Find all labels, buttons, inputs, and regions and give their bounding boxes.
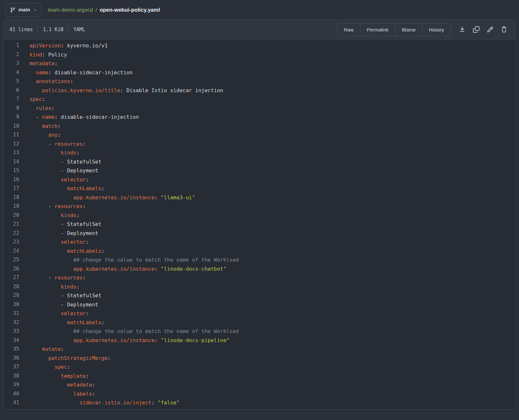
- line-number[interactable]: 21: [4, 220, 19, 229]
- code-line: 9 - name: disable-sidecar-injection: [4, 113, 515, 122]
- raw-button[interactable]: Raw: [337, 24, 360, 36]
- code-line: 3metadata:: [4, 59, 515, 68]
- download-button[interactable]: [457, 24, 468, 35]
- line-number[interactable]: 40: [4, 389, 19, 399]
- code-line: 2kind: Policy: [4, 50, 515, 59]
- edit-button[interactable]: [485, 24, 496, 35]
- code-line-content: - StatefulSet: [19, 291, 102, 300]
- line-number[interactable]: 37: [4, 363, 19, 372]
- permalink-button[interactable]: Permalink: [360, 24, 395, 36]
- code-line: 27 - resources:: [4, 273, 515, 282]
- line-number[interactable]: 34: [4, 336, 19, 345]
- line-number[interactable]: 27: [4, 273, 19, 282]
- line-number[interactable]: 24: [4, 247, 19, 256]
- line-number[interactable]: 11: [4, 130, 19, 140]
- code-line-content: annotations:: [19, 77, 73, 86]
- line-number[interactable]: 6: [4, 86, 19, 95]
- line-number[interactable]: 18: [4, 193, 19, 202]
- code-line: 11 any:: [4, 130, 515, 140]
- code-line-content: template:: [19, 372, 89, 381]
- code-line: 34 app.kubernetes.io/instance: "linode-d…: [4, 336, 515, 345]
- delete-button[interactable]: [499, 24, 510, 35]
- code-line-content: sidecar.istio.io/inject: "false": [19, 398, 179, 407]
- trash-icon: [501, 26, 507, 33]
- line-number[interactable]: 14: [4, 157, 19, 167]
- breadcrumb-separator: /: [96, 7, 97, 13]
- code-line-content: - StatefulSet: [19, 157, 102, 167]
- breadcrumb-repo-link[interactable]: team-demo-argocd: [48, 7, 93, 13]
- file-info: 41 lines 1.1 KiB YAML: [9, 26, 85, 33]
- code-line: 24 matchLabels:: [4, 247, 515, 256]
- line-number[interactable]: 32: [4, 318, 19, 327]
- line-number[interactable]: 7: [4, 95, 19, 104]
- code-line: 22 - Deployment: [4, 229, 515, 238]
- line-number[interactable]: 36: [4, 354, 19, 363]
- line-number[interactable]: 23: [4, 238, 19, 247]
- line-number[interactable]: 41: [4, 398, 19, 407]
- code-line: 40 labels:: [4, 389, 515, 399]
- line-number[interactable]: 16: [4, 175, 19, 184]
- file-location-bar: main team-demo-argocd / open-webui-polic…: [0, 0, 519, 19]
- copy-button[interactable]: [471, 24, 482, 35]
- line-number[interactable]: 33: [4, 327, 19, 336]
- code-line: 17 matchLabels:: [4, 184, 515, 193]
- code-line: 13 kinds:: [4, 148, 515, 157]
- code-line: 30 - Deployment: [4, 300, 515, 309]
- line-number[interactable]: 39: [4, 380, 19, 389]
- code-line: 19 - resources:: [4, 202, 515, 211]
- code-line: 25 ## change the value to match the name…: [4, 255, 515, 265]
- file-view-button-group: RawPermalinkBlameHistory: [337, 23, 451, 36]
- line-number[interactable]: 19: [4, 202, 19, 211]
- code-line: 1apiVersion: kyverno.io/v1: [4, 41, 515, 50]
- code-line-content: kinds:: [19, 211, 79, 220]
- file-view-panel: 41 lines 1.1 KiB YAML RawPermalinkBlameH…: [3, 19, 516, 410]
- code-line-content: - StatefulSet: [19, 220, 102, 229]
- line-number[interactable]: 38: [4, 372, 19, 381]
- line-number[interactable]: 30: [4, 300, 19, 309]
- line-number[interactable]: 10: [4, 122, 19, 131]
- line-number[interactable]: 26: [4, 265, 19, 274]
- code-line-content: name: disable-sidecar-injection: [19, 68, 133, 77]
- line-number[interactable]: 2: [4, 50, 19, 59]
- line-number[interactable]: 31: [4, 309, 19, 318]
- branch-selector[interactable]: main: [5, 3, 42, 17]
- code-line-content: - Deployment: [19, 166, 98, 175]
- line-number[interactable]: 17: [4, 184, 19, 193]
- code-line-content: labels:: [19, 389, 95, 399]
- breadcrumb-file-name: open-webui-policy.yaml: [100, 7, 160, 13]
- code-line: 5 annotations:: [4, 77, 515, 86]
- code-line-content: apiVersion: kyverno.io/v1: [19, 41, 108, 50]
- line-number[interactable]: 22: [4, 229, 19, 238]
- code-line-content: app.kubernetes.io/instance: "linode-docs…: [19, 336, 230, 345]
- code-line: 16 selector:: [4, 175, 515, 184]
- code-line-content: app.kubernetes.io/instance: "llama3-ui": [19, 193, 195, 202]
- code-line: 18 app.kubernetes.io/instance: "llama3-u…: [4, 193, 515, 202]
- code-line: 7spec:: [4, 95, 515, 104]
- code-line-content: patchStrategicMerge:: [19, 354, 111, 363]
- git-branch-icon: [10, 7, 16, 13]
- line-number[interactable]: 15: [4, 166, 19, 175]
- line-number[interactable]: 3: [4, 59, 19, 68]
- code-line: 6 policies.kyverno.io/title: Disable Ist…: [4, 86, 515, 95]
- line-number[interactable]: 28: [4, 282, 19, 291]
- line-number[interactable]: 29: [4, 291, 19, 300]
- line-number[interactable]: 20: [4, 211, 19, 220]
- code-line-content: - name: disable-sidecar-injection: [19, 113, 139, 122]
- file-header: 41 lines 1.1 KiB YAML RawPermalinkBlameH…: [4, 20, 515, 40]
- code-line-content: selector:: [19, 175, 89, 184]
- branch-name: main: [18, 7, 30, 13]
- history-button[interactable]: History: [422, 24, 451, 36]
- line-number[interactable]: 5: [4, 77, 19, 86]
- line-number[interactable]: 13: [4, 148, 19, 157]
- line-number[interactable]: 35: [4, 345, 19, 354]
- line-number[interactable]: 25: [4, 255, 19, 265]
- line-number[interactable]: 9: [4, 113, 19, 122]
- blame-button[interactable]: Blame: [395, 24, 422, 36]
- code-line-content: - resources:: [19, 202, 86, 211]
- pencil-icon: [487, 26, 493, 33]
- line-number[interactable]: 1: [4, 41, 19, 50]
- line-number[interactable]: 8: [4, 104, 19, 113]
- line-number[interactable]: 12: [4, 140, 19, 149]
- line-number[interactable]: 4: [4, 68, 19, 77]
- download-icon: [459, 26, 465, 33]
